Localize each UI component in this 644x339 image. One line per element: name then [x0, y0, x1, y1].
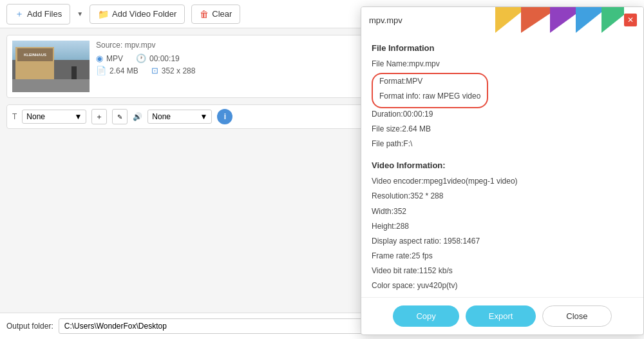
- highlighted-section: Format:MPV Format info: raw MPEG video: [372, 73, 488, 108]
- audio-icon: 🔊: [133, 112, 142, 121]
- header-decoration: [444, 7, 624, 33]
- trash-icon: 🗑: [200, 9, 209, 19]
- file-icon: 📄: [96, 66, 106, 75]
- clear-button[interactable]: 🗑 Clear: [191, 5, 240, 24]
- audio-dropdown-arrow: ▼: [200, 112, 207, 121]
- width-row: Width:352: [372, 206, 633, 218]
- red-circle-highlight: Format:MPV Format info: raw MPEG video: [372, 73, 488, 108]
- folder-icon: 📁: [98, 9, 109, 19]
- add-files-label: Add Files: [27, 9, 62, 19]
- duration-item: 🕐 00:00:19: [136, 53, 180, 63]
- size-item: 📄 2.64 MB: [96, 66, 138, 75]
- aspect-ratio-row: Display aspect ratio: 1958:1467: [372, 235, 633, 247]
- format-row: Format:MPV: [379, 75, 480, 88]
- bit-rate-row: Video bit rate:1152 kb/s: [372, 265, 633, 277]
- height-row: Height:288: [372, 220, 633, 233]
- modal-close-button[interactable]: ✕: [624, 14, 637, 26]
- modal-footer: Copy Export Close: [361, 297, 643, 334]
- subtitle-select[interactable]: None ▼: [22, 110, 86, 124]
- size-value: 2.64 MB: [109, 66, 138, 75]
- thumbnail-sign: KLEINHAUS: [17, 48, 53, 61]
- svg-marker-4: [601, 7, 624, 33]
- file-path-row: File path:F:\: [372, 138, 633, 150]
- format-value: MPV: [106, 54, 123, 63]
- duration-value: 00:00:19: [149, 54, 180, 63]
- file-info-title: File Information: [372, 43, 633, 53]
- clear-label: Clear: [212, 9, 232, 19]
- copy-button[interactable]: Copy: [393, 305, 459, 327]
- file-size-row: File size:2.64 MB: [372, 123, 633, 135]
- audio-label: None: [152, 112, 171, 121]
- resolution-info-row: Resolution:352 * 288: [372, 190, 633, 202]
- add-files-dropdown-arrow[interactable]: ▼: [77, 10, 83, 17]
- duration-row: Duration:00:00:19: [372, 108, 633, 121]
- add-video-folder-button[interactable]: 📁 Add Video Folder: [90, 5, 185, 24]
- color-space-row: Color space: yuv420p(tv): [372, 280, 633, 292]
- frame-rate-row: Frame rate:25 fps: [372, 250, 633, 262]
- file-info-modal: mpv.mpv ✕ File Information File Name:mpv…: [361, 6, 644, 335]
- modal-body: File Information File Name:mpv.mpv Forma…: [361, 33, 643, 297]
- resolution-item: ⊡ 352 x 288: [151, 66, 196, 75]
- export-button[interactable]: Export: [466, 305, 536, 327]
- info-button[interactable]: i: [217, 109, 232, 124]
- video-info-title: Video Information:: [372, 160, 633, 170]
- add-subtitle-button[interactable]: ＋: [91, 109, 107, 124]
- video-thumbnail: KLEINHAUS: [12, 41, 90, 92]
- plus-icon: ＋: [15, 8, 24, 20]
- format-icon: ◉: [96, 53, 103, 63]
- modal-header: mpv.mpv ✕: [361, 7, 643, 33]
- subtitle-icon: T: [12, 112, 17, 121]
- resolution-value: 352 x 288: [162, 66, 196, 75]
- file-name-row: File Name:mpv.mpv: [372, 58, 633, 70]
- format-item: ◉ MPV: [96, 53, 123, 63]
- edit-subtitle-button[interactable]: ✎: [112, 109, 128, 124]
- add-video-folder-label: Add Video Folder: [112, 9, 176, 19]
- subtitle-label: None: [26, 112, 45, 121]
- add-files-button[interactable]: ＋ Add Files: [6, 4, 70, 24]
- resolution-icon: ⊡: [151, 66, 158, 75]
- close-button[interactable]: Close: [542, 305, 611, 327]
- video-encoder-row: Video encoder:mpeg1video(mpeg-1 video): [372, 175, 633, 188]
- modal-title: mpv.mpv: [369, 15, 402, 25]
- clock-icon: 🕐: [136, 53, 146, 63]
- app-container: ＋ Add Files ▼ 📁 Add Video Folder 🗑 Clear…: [0, 0, 644, 339]
- audio-select[interactable]: None ▼: [147, 110, 212, 124]
- output-folder-label: Output folder:: [6, 322, 53, 331]
- subtitle-dropdown-arrow: ▼: [74, 112, 82, 121]
- format-info-row: Format info: raw MPEG video: [379, 90, 480, 102]
